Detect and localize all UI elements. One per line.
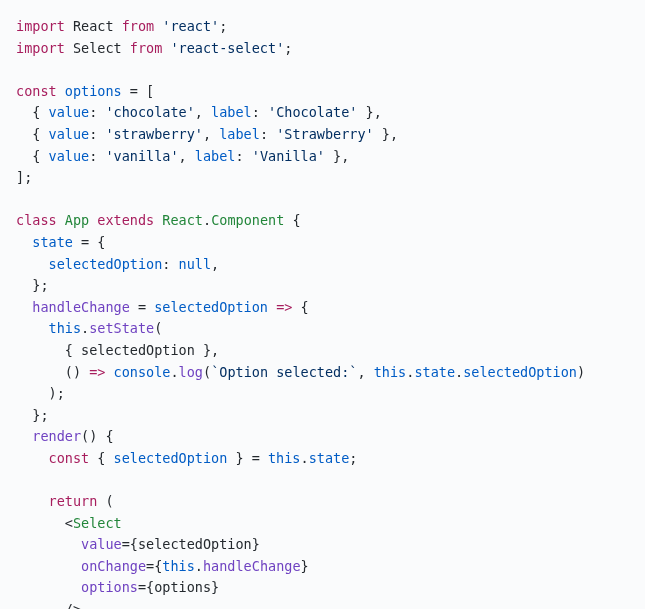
code-token bbox=[16, 536, 81, 552]
code-token: }; bbox=[16, 277, 49, 293]
code-token: /> bbox=[16, 601, 81, 609]
code-token: selectedOption bbox=[49, 256, 163, 272]
code-token: { selectedOption }, bbox=[16, 342, 219, 358]
code-token: . bbox=[455, 364, 463, 380]
code-token: render bbox=[32, 428, 81, 444]
code-token: value bbox=[81, 536, 122, 552]
code-token: selectedOption bbox=[154, 299, 268, 315]
code-token: import bbox=[16, 40, 65, 56]
code-token: `Option selected:` bbox=[211, 364, 357, 380]
code-token: ( bbox=[203, 364, 211, 380]
code-token: } bbox=[301, 558, 309, 574]
code-token: ; bbox=[349, 450, 357, 466]
code-token: value bbox=[49, 148, 90, 164]
code-token: . bbox=[170, 364, 178, 380]
code-token: 'react' bbox=[162, 18, 219, 34]
code-token: ={ bbox=[146, 558, 162, 574]
code-token bbox=[16, 234, 32, 250]
code-token: . bbox=[203, 212, 211, 228]
code-content: import React from 'react'; import Select… bbox=[16, 18, 585, 609]
code-token: null bbox=[179, 256, 212, 272]
code-token: selectedOption bbox=[114, 450, 228, 466]
code-token bbox=[57, 212, 65, 228]
code-token: : bbox=[89, 104, 105, 120]
code-token: Select bbox=[73, 515, 122, 531]
code-token: this bbox=[162, 558, 195, 574]
code-token: : bbox=[162, 256, 178, 272]
code-token: => bbox=[89, 364, 105, 380]
code-token: () bbox=[16, 364, 89, 380]
code-token: , bbox=[211, 256, 219, 272]
code-token: } = bbox=[227, 450, 268, 466]
code-token: handleChange bbox=[203, 558, 301, 574]
code-token bbox=[16, 558, 81, 574]
code-token: state bbox=[32, 234, 73, 250]
code-token: handleChange bbox=[32, 299, 130, 315]
code-token: extends bbox=[97, 212, 154, 228]
code-token: { bbox=[284, 212, 300, 228]
code-token bbox=[16, 579, 81, 595]
code-token: () { bbox=[81, 428, 114, 444]
code-token: value bbox=[49, 126, 90, 142]
code-token: , bbox=[357, 364, 373, 380]
code-token: ) bbox=[577, 364, 585, 380]
code-token: 'Chocolate' bbox=[268, 104, 357, 120]
code-token: < bbox=[16, 515, 73, 531]
code-token: , bbox=[195, 104, 211, 120]
code-token: ={options} bbox=[138, 579, 219, 595]
code-token: = [ bbox=[122, 83, 155, 99]
code-token: selectedOption bbox=[463, 364, 577, 380]
code-token bbox=[16, 428, 32, 444]
code-token bbox=[16, 256, 49, 272]
code-token bbox=[16, 450, 49, 466]
code-token: : bbox=[89, 148, 105, 164]
code-token: 'Strawberry' bbox=[276, 126, 374, 142]
code-token: label bbox=[211, 104, 252, 120]
code-token: ={selectedOption} bbox=[122, 536, 260, 552]
code-token: console bbox=[114, 364, 171, 380]
code-token: this bbox=[374, 364, 407, 380]
code-token bbox=[105, 364, 113, 380]
code-token: }, bbox=[357, 104, 381, 120]
code-token: : bbox=[235, 148, 251, 164]
code-token: = bbox=[130, 299, 154, 315]
code-token: App bbox=[65, 212, 89, 228]
code-token bbox=[57, 83, 65, 99]
code-token: ); bbox=[16, 385, 65, 401]
code-token: options bbox=[81, 579, 138, 595]
code-token: }, bbox=[374, 126, 398, 142]
code-token: from bbox=[122, 18, 155, 34]
code-token: class bbox=[16, 212, 57, 228]
code-token: . bbox=[81, 320, 89, 336]
code-token bbox=[268, 299, 276, 315]
code-token: state bbox=[309, 450, 350, 466]
code-token: Component bbox=[211, 212, 284, 228]
code-token: 'strawberry' bbox=[105, 126, 203, 142]
code-token: { bbox=[16, 104, 49, 120]
code-token: import bbox=[16, 18, 65, 34]
code-token: , bbox=[203, 126, 219, 142]
code-token: ]; bbox=[16, 169, 32, 185]
code-token: { bbox=[89, 450, 113, 466]
code-token bbox=[16, 320, 49, 336]
code-token: 'vanilla' bbox=[105, 148, 178, 164]
code-token: const bbox=[49, 450, 90, 466]
code-token: options bbox=[65, 83, 122, 99]
code-token: ( bbox=[154, 320, 162, 336]
code-token: this bbox=[268, 450, 301, 466]
code-token bbox=[16, 493, 49, 509]
code-token: 'react-select' bbox=[170, 40, 284, 56]
code-token: = { bbox=[73, 234, 106, 250]
code-token: ( bbox=[97, 493, 113, 509]
code-token: }, bbox=[325, 148, 349, 164]
code-token: : bbox=[260, 126, 276, 142]
code-token: ; bbox=[284, 40, 292, 56]
code-token: Select bbox=[65, 40, 130, 56]
code-token: 'chocolate' bbox=[105, 104, 194, 120]
code-token: => bbox=[276, 299, 292, 315]
code-token: : bbox=[252, 104, 268, 120]
code-token: . bbox=[195, 558, 203, 574]
code-token: { bbox=[292, 299, 308, 315]
code-token: onChange bbox=[81, 558, 146, 574]
code-token: from bbox=[130, 40, 163, 56]
